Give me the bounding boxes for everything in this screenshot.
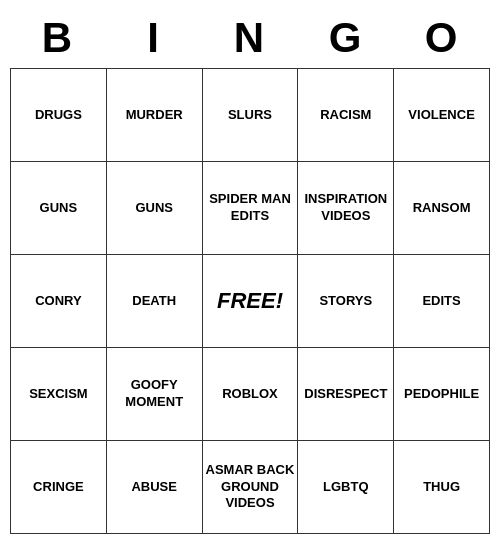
cell-r2-c2: Free! (202, 255, 298, 348)
cell-r0-c3: RACISM (298, 69, 394, 162)
cell-r0-c4: VIOLENCE (394, 69, 490, 162)
cell-r2-c3: STORYS (298, 255, 394, 348)
cell-r2-c4: EDITS (394, 255, 490, 348)
cell-r0-c1: MURDER (106, 69, 202, 162)
title-letter: N (202, 14, 298, 62)
cell-r4-c4: THUG (394, 441, 490, 534)
cell-r0-c0: DRUGS (11, 69, 107, 162)
cell-r0-c2: SLURS (202, 69, 298, 162)
title-letter: G (298, 14, 394, 62)
bingo-title: BINGO (10, 10, 490, 68)
title-letter: B (10, 14, 106, 62)
bingo-grid: DRUGSMURDERSLURSRACISMVIOLENCEGUNSGUNSSP… (10, 68, 490, 534)
cell-r1-c2: SPIDER MAN EDITS (202, 162, 298, 255)
cell-r4-c3: LGBTQ (298, 441, 394, 534)
cell-r2-c1: DEATH (106, 255, 202, 348)
cell-r3-c3: DISRESPECT (298, 348, 394, 441)
cell-r1-c4: RANSOM (394, 162, 490, 255)
title-letter: I (106, 14, 202, 62)
cell-r3-c4: PEDOPHILE (394, 348, 490, 441)
cell-r4-c0: CRINGE (11, 441, 107, 534)
cell-r3-c0: SEXCISM (11, 348, 107, 441)
cell-r4-c1: ABUSE (106, 441, 202, 534)
cell-r1-c1: GUNS (106, 162, 202, 255)
cell-r1-c0: GUNS (11, 162, 107, 255)
cell-r2-c0: CONRY (11, 255, 107, 348)
cell-r3-c2: ROBLOX (202, 348, 298, 441)
title-letter: O (394, 14, 490, 62)
cell-r1-c3: INSPIRATION VIDEOS (298, 162, 394, 255)
cell-r3-c1: GOOFY MOMENT (106, 348, 202, 441)
cell-r4-c2: ASMAR BACK GROUND VIDEOS (202, 441, 298, 534)
